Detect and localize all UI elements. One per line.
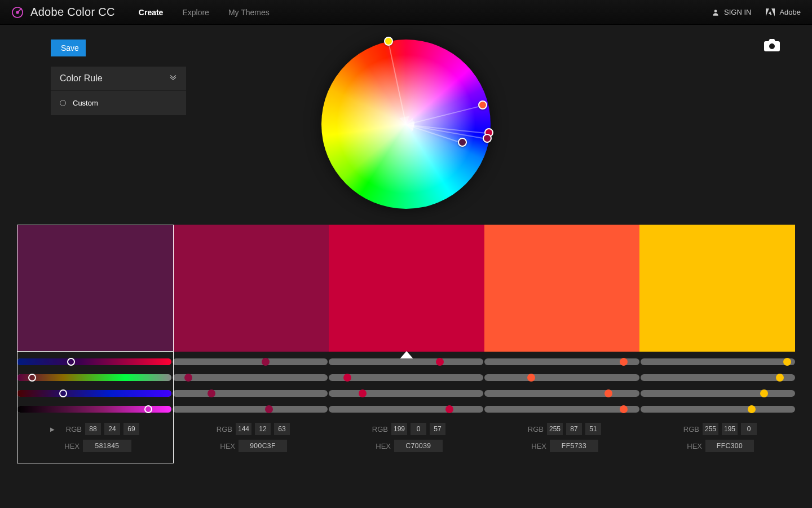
wheel-marker[interactable]: [478, 100, 487, 110]
value-col-0: ▶RGB882469HEX581845: [17, 423, 173, 452]
slider-seg[interactable]: [173, 406, 327, 413]
slider-seg[interactable]: [484, 358, 639, 365]
rgb-value[interactable]: 88: [85, 423, 101, 435]
rgb-value[interactable]: 195: [722, 423, 738, 435]
slider-seg[interactable]: [484, 374, 639, 381]
swatch-0[interactable]: [17, 225, 174, 352]
rgb-value[interactable]: 69: [123, 423, 139, 435]
nav-create[interactable]: Create: [139, 8, 164, 17]
svg-point-3: [714, 10, 717, 12]
slider-thumb[interactable]: [343, 374, 351, 382]
rgb-value[interactable]: 87: [566, 423, 582, 435]
value-col-4: RGB2551950HEXFFC300: [639, 423, 795, 452]
slider-thumb[interactable]: [359, 389, 367, 397]
swatch-row: [17, 225, 795, 352]
slider-seg[interactable]: [329, 390, 483, 397]
slider-thumb[interactable]: [604, 389, 612, 397]
hex-value[interactable]: FF5733: [550, 440, 598, 452]
rgb-value[interactable]: 24: [104, 423, 120, 435]
swatch-2[interactable]: [329, 225, 484, 352]
slider-thumb[interactable]: [436, 358, 444, 366]
slider-thumb[interactable]: [620, 405, 628, 413]
slider-thumb[interactable]: [67, 358, 75, 366]
swatch-3[interactable]: [484, 225, 640, 352]
hex-value[interactable]: C70039: [394, 440, 443, 452]
slider-thumb[interactable]: [28, 374, 36, 382]
nav-explore[interactable]: Explore: [182, 8, 209, 17]
slider-thumb[interactable]: [783, 358, 791, 366]
slider-thumb[interactable]: [262, 358, 270, 366]
label-hex: HEX: [681, 442, 702, 450]
slider-thumb[interactable]: [59, 389, 67, 397]
slider-seg[interactable]: [641, 390, 795, 397]
slider-seg[interactable]: [329, 374, 483, 381]
slider-panel: [17, 354, 795, 417]
rgb-value[interactable]: 0: [411, 423, 426, 435]
slider-thumb[interactable]: [208, 389, 215, 397]
wheel-marker[interactable]: [458, 138, 467, 147]
slider-seg[interactable]: [641, 358, 795, 365]
swatch-4[interactable]: [639, 225, 795, 352]
rgb-value[interactable]: 63: [274, 423, 290, 435]
slider-seg[interactable]: [329, 406, 483, 413]
label-hex: HEX: [58, 442, 80, 450]
slider-seg[interactable]: [329, 358, 483, 365]
signin-link[interactable]: SIGN IN: [712, 8, 751, 16]
value-col-1: RGB1441263HEX900C3F: [173, 423, 328, 452]
adobe-logo-icon: [766, 8, 775, 16]
camera-icon[interactable]: [764, 38, 780, 52]
rgb-value[interactable]: 199: [391, 423, 407, 435]
rgb-value[interactable]: 144: [236, 423, 251, 435]
rgb-value[interactable]: 51: [585, 423, 601, 435]
slider-row-2: [17, 386, 795, 401]
value-col-3: RGB2558751HEXFF5733: [484, 423, 639, 452]
signin-label: SIGN IN: [724, 8, 751, 16]
slider-thumb[interactable]: [748, 405, 756, 413]
wheel-marker[interactable]: [483, 134, 492, 143]
rgb-value[interactable]: 0: [741, 423, 757, 435]
save-button[interactable]: Save: [51, 40, 86, 56]
label-hex: HEX: [525, 442, 546, 450]
slider-seg[interactable]: [484, 390, 639, 397]
slider-seg[interactable]: [641, 374, 795, 381]
nav-mythemes[interactable]: My Themes: [228, 8, 270, 17]
hex-value[interactable]: FFC300: [705, 440, 754, 452]
slider-thumb[interactable]: [144, 405, 152, 413]
slider-thumb[interactable]: [776, 374, 784, 382]
rgb-value[interactable]: 255: [703, 423, 718, 435]
wheel-marker[interactable]: [384, 37, 393, 46]
color-rule-header[interactable]: Color Rule: [51, 67, 186, 91]
slider-seg[interactable]: [17, 374, 171, 381]
app-title: Adobe Color CC: [30, 6, 115, 19]
slider-seg[interactable]: [484, 406, 639, 413]
slider-seg[interactable]: [641, 406, 795, 413]
rgb-value[interactable]: 255: [547, 423, 563, 435]
rgb-value[interactable]: 57: [430, 423, 445, 435]
slider-seg[interactable]: [17, 390, 171, 397]
slider-thumb[interactable]: [445, 405, 453, 413]
slider-seg[interactable]: [173, 390, 327, 397]
slider-seg[interactable]: [17, 358, 171, 365]
adobe-link[interactable]: Adobe: [766, 8, 801, 16]
hex-value[interactable]: 581845: [83, 440, 131, 452]
slider-seg[interactable]: [173, 358, 327, 365]
svg-line-2: [17, 8, 21, 12]
slider-seg[interactable]: [17, 406, 171, 413]
chevron-down-icon: [169, 73, 177, 84]
color-rule-custom[interactable]: Custom: [51, 91, 186, 115]
label-rgb: RGB: [60, 425, 82, 433]
color-wheel[interactable]: [321, 40, 491, 209]
slider-thumb[interactable]: [265, 405, 273, 413]
slider-thumb[interactable]: [760, 389, 768, 397]
rgb-value[interactable]: 12: [255, 423, 271, 435]
color-rule-panel: Color Rule Custom: [51, 67, 186, 115]
slider-thumb[interactable]: [527, 374, 535, 382]
swatch-1[interactable]: [174, 225, 329, 352]
caret-right-icon[interactable]: ▶: [50, 426, 55, 432]
slider-thumb[interactable]: [620, 358, 628, 366]
slider-seg[interactable]: [173, 374, 327, 381]
slider-thumb[interactable]: [184, 374, 192, 382]
hex-value[interactable]: 900C3F: [239, 440, 287, 452]
slider-row-3: [17, 401, 795, 417]
label-rgb: RGB: [522, 425, 544, 433]
